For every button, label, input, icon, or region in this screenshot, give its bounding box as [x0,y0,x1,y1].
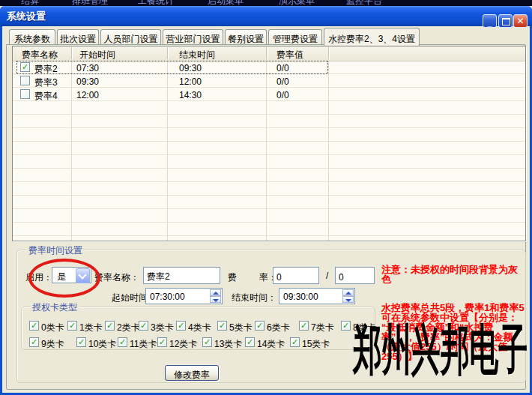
card-type-label: 2类卡 [117,322,140,334]
group-title: 费率时间设置 [26,244,85,257]
check-icon: ✓ [140,321,147,330]
modify-rate-button[interactable]: 修改费率 [165,365,219,381]
grid-line [167,61,168,241]
minimize-button[interactable]: _ [483,14,497,28]
card-type-label: 4类卡 [188,322,211,334]
card-type-checkbox[interactable]: ✓ [157,337,167,347]
end-time-spinner[interactable]: 09:30:00 [279,288,355,304]
check-icon: ✓ [106,321,113,330]
table-header[interactable]: 费率名称 开始时间 结束时间 费率值 [13,46,525,61]
check-icon: ✓ [291,337,298,346]
spin-down-button[interactable] [210,296,221,303]
maximize-button[interactable] [498,14,513,28]
card-type-label: 0类卡 [41,322,64,334]
cell-rate-value[interactable]: 0/0 [276,76,289,87]
check-icon: ✓ [256,321,263,330]
row-checkbox[interactable]: ✓ [20,62,30,72]
cell-rate-value[interactable]: 0/0 [276,90,289,100]
cell-rate-name[interactable]: 费率2 [34,63,58,76]
card-type-checkbox[interactable]: ✓ [290,337,300,347]
grid-line [266,61,267,241]
bg-menu-item[interactable]: 启动菜单 [208,0,244,6]
card-type-label: 11类卡 [130,338,157,351]
card-type-checkbox[interactable]: ✓ [29,337,39,347]
card-type-checkbox[interactable]: ✓ [67,321,77,331]
cell-start-time[interactable]: 09:30 [76,76,99,87]
column-header[interactable]: 结束时间 [179,49,215,61]
rate-name-label: 费率名称： [94,271,139,284]
tab-system-params[interactable]: 系统参数 [9,29,55,45]
card-type-checkbox[interactable]: ✓ [176,321,186,331]
card-type-checkbox[interactable]: ✓ [76,337,86,347]
cell-end-time[interactable]: 14:30 [179,90,202,100]
column-header[interactable]: 费率名称 [22,49,58,61]
cell-end-time[interactable]: 09:30 [179,63,202,73]
close-button[interactable]: ✕ [513,14,528,28]
bg-menu-item[interactable]: 演示菜单 [279,0,315,6]
arrow-up-icon [213,292,219,295]
card-type-checkbox[interactable]: ✓ [29,321,39,331]
cell-start-time[interactable]: 07:30 [76,63,99,73]
rate-numerator-input[interactable] [273,267,319,284]
cell-rate-value[interactable]: 0/0 [276,63,289,73]
card-type-label: 14类卡 [257,338,285,351]
rates-table[interactable]: 费率名称 开始时间 结束时间 费率值 ✓ 费率2 07:30 09:30 0/0… [12,46,526,241]
card-type-checkbox[interactable]: ✓ [341,321,351,331]
start-time-spinner[interactable]: 07:30:00 [145,288,223,304]
note-unauthorized: 注意：未授权的时间段背景为灰色 [381,265,525,284]
cell-end-time[interactable]: 12:00 [179,76,202,87]
column-header[interactable]: 费率值 [276,49,303,61]
row-checkbox[interactable] [20,89,30,99]
bg-menu-item[interactable]: 监控平台 [346,0,382,6]
tab-batch-settings[interactable]: 批次设置 [57,29,99,45]
card-type-label: 6类卡 [267,322,290,334]
cell-rate-name[interactable]: 费率4 [34,90,58,103]
check-icon: ✓ [204,337,211,346]
tab-water-rates[interactable]: 水控费率2、3、4设置 [324,28,420,46]
card-type-label: 15类卡 [302,338,330,351]
tab-meal-type[interactable]: 餐别设置 [225,29,267,45]
card-type-checkbox[interactable]: ✓ [139,321,148,331]
end-time-label: 结束时间： [232,292,276,304]
card-type-checkbox[interactable]: ✓ [217,321,227,331]
start-time-value: 07:30:00 [150,292,185,302]
tab-management-fee[interactable]: 管理费设置 [268,29,322,45]
spin-up-button[interactable] [210,289,221,296]
arrow-down-icon [345,299,351,302]
card-type-label: 9类卡 [41,338,64,351]
row-checkbox[interactable] [20,76,30,85]
table-body [13,61,525,241]
titlebar[interactable]: 系统设置 _ ✕ [0,6,532,26]
cell-start-time[interactable]: 12:00 [76,90,99,100]
column-header[interactable]: 开始时间 [79,49,115,61]
rate-denominator-input[interactable] [335,267,375,284]
screen: 结算 排班管理 工餐统计 启动菜单 演示菜单 监控平台 系统设置 _ ✕ 系统参… [0,0,532,395]
card-type-checkbox[interactable]: ✓ [299,321,309,331]
check-icon: ✓ [300,321,307,330]
rate-name-input[interactable] [143,267,220,284]
card-type-checkbox[interactable]: ✓ [105,321,115,331]
bg-menu-item[interactable]: 结算 [21,0,39,6]
bg-menu-item[interactable]: 排班管理 [72,0,108,6]
card-type-label: 3类卡 [151,322,174,334]
card-type-label: 1类卡 [79,322,103,334]
card-type-checkbox[interactable]: ✓ [118,337,127,347]
column-divider [71,47,72,59]
card-type-checkbox[interactable]: ✓ [245,337,255,347]
check-icon: ✓ [119,337,126,346]
tab-personnel-dept[interactable]: 人员部门设置 [100,29,161,45]
bg-menu-item[interactable]: 工餐统计 [138,0,174,6]
maximize-icon [502,18,510,25]
column-divider [328,47,329,59]
minimize-icon: _ [483,18,496,27]
watermark: 郑州兴邦电子 [353,322,528,377]
spin-up-button[interactable] [342,289,354,296]
card-type-checkbox[interactable]: ✓ [255,321,265,331]
card-type-checkbox[interactable]: ✓ [202,337,212,347]
grid-line [71,61,72,241]
check-icon: ✓ [178,321,184,330]
cell-rate-name[interactable]: 费率3 [34,76,58,89]
tab-business-dept[interactable]: 营业部门设置 [163,29,223,45]
spin-down-button[interactable] [342,296,354,303]
rate-label-fee: 费 [228,271,237,284]
